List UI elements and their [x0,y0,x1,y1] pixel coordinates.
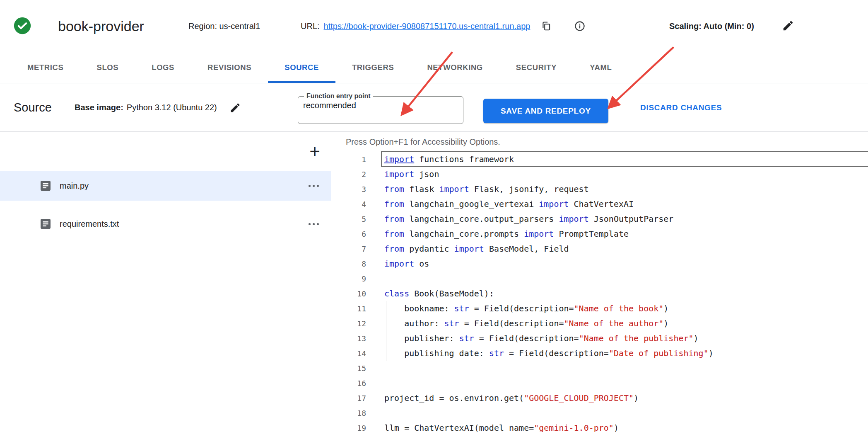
line-number: 17 [332,394,366,403]
url-group: URL: https://book-provider-908087151170.… [301,0,586,52]
status-ok-icon [13,17,31,35]
code-line-7[interactable]: 7from pydantic import BaseModel, Field [332,241,868,256]
tab-slos[interactable]: SLOS [80,52,135,83]
file-more-icon[interactable] [307,171,320,201]
tab-security[interactable]: SECURITY [499,52,573,83]
file-row-requirements.txt[interactable]: requirements.txt [0,209,331,239]
code-line-8[interactable]: 8import os [332,256,868,271]
file-row-main.py[interactable]: main.py [0,171,331,201]
line-number: 9 [332,274,366,283]
tab-metrics[interactable]: METRICS [11,52,80,83]
info-icon[interactable] [574,20,586,32]
code-line-14[interactable]: 14 publishing_date: str = Field(descript… [332,346,868,361]
file-name: requirements.txt [60,209,119,239]
line-number: 10 [332,289,366,298]
line-number: 14 [332,349,366,358]
source-toolbar: Source Base image: Python 3.12 (Ubuntu 2… [0,83,868,132]
base-image-value: Python 3.12 (Ubuntu 22) [127,103,217,112]
code-line-12[interactable]: 12 author: str = Field(description="Name… [332,316,868,331]
entry-point-field: Function entry point [298,92,463,124]
tab-source[interactable]: SOURCE [268,52,335,83]
code-line-6[interactable]: 6from langchain_core.prompts import Prom… [332,226,868,241]
entry-point-label: Function entry point [304,92,373,100]
code-line-2[interactable]: 2import json [332,167,868,182]
line-number: 6 [332,230,366,238]
region-label: Region: us-central1 [188,0,260,52]
code-line-11[interactable]: 11 bookname: str = Field(description="Na… [332,301,868,316]
line-number: 18 [332,409,366,417]
page-title: book-provider [58,0,144,52]
source-section-title: Source [14,83,52,132]
discard-changes-button[interactable]: DISCARD CHANGES [638,83,724,132]
url-label: URL: [301,22,320,31]
line-number: 13 [332,334,366,343]
file-more-icon[interactable] [307,209,320,239]
entry-point-input[interactable] [301,100,452,115]
line-number: 7 [332,245,366,253]
file-icon [39,179,52,192]
file-panel: + main.pyrequirements.txt [0,132,332,432]
code-lines: 1import functions_framework2import json3… [332,152,868,432]
line-number: 15 [332,364,366,373]
file-name: main.py [60,171,89,201]
code-line-3[interactable]: 3from flask import Flask, jsonify, reque… [332,182,868,197]
code-line-19[interactable]: 19llm = ChatVertexAI(model_name="gemini-… [332,420,868,432]
accessibility-hint: Press Option+F1 for Accessibility Option… [346,137,500,147]
code-editor[interactable]: Press Option+F1 for Accessibility Option… [332,132,868,432]
cloud-run-service-page: book-provider Region: us-central1 URL: h… [0,0,868,432]
line-number: 2 [332,170,366,179]
code-line-1[interactable]: 1import functions_framework [332,152,868,167]
edit-base-image-icon[interactable] [229,102,241,114]
code-line-15[interactable]: 15 [332,361,868,376]
line-number: 19 [332,424,366,432]
code-line-13[interactable]: 13 publisher: str = Field(description="N… [332,331,868,346]
code-line-5[interactable]: 5from langchain_core.output_parsers impo… [332,211,868,226]
tab-logs[interactable]: LOGS [135,52,191,83]
line-number: 5 [332,215,366,223]
service-url-link[interactable]: https://book-provider-908087151170.us-ce… [324,22,530,31]
code-line-18[interactable]: 18 [332,405,868,420]
base-image-info: Base image: Python 3.12 (Ubuntu 22) [75,83,241,132]
line-number: 11 [332,304,366,313]
file-list: main.pyrequirements.txt [0,171,331,247]
file-icon [39,217,52,231]
code-line-16[interactable]: 16 [332,376,868,391]
line-number: 8 [332,260,366,268]
tab-yaml[interactable]: YAML [573,52,628,83]
tab-revisions[interactable]: REVISIONS [191,52,268,83]
line-number: 4 [332,200,366,209]
copy-url-icon[interactable] [541,21,552,32]
code-line-4[interactable]: 4from langchain_google_vertexai import C… [332,197,868,211]
tab-bar: METRICSSLOSLOGSREVISIONSSOURCETRIGGERSNE… [0,52,868,83]
scaling-label: Scaling: Auto (Min: 0) [669,0,754,52]
save-redeploy-button[interactable]: SAVE AND REDEPLOY [483,99,608,123]
edit-scaling-icon[interactable] [782,19,794,32]
code-line-10[interactable]: 10class Book(BaseModel): [332,286,868,301]
line-number: 16 [332,379,366,388]
service-header: book-provider Region: us-central1 URL: h… [0,0,868,52]
add-file-button[interactable]: + [303,140,326,163]
code-line-17[interactable]: 17project_id = os.environ.get("GOOGLE_CL… [332,391,868,405]
code-line-9[interactable]: 9 [332,271,868,286]
line-number: 12 [332,319,366,328]
base-image-label: Base image: [75,103,123,112]
tab-triggers[interactable]: TRIGGERS [335,52,410,83]
line-number: 1 [332,155,366,164]
tab-networking[interactable]: NETWORKING [410,52,499,83]
line-number: 3 [332,185,366,194]
